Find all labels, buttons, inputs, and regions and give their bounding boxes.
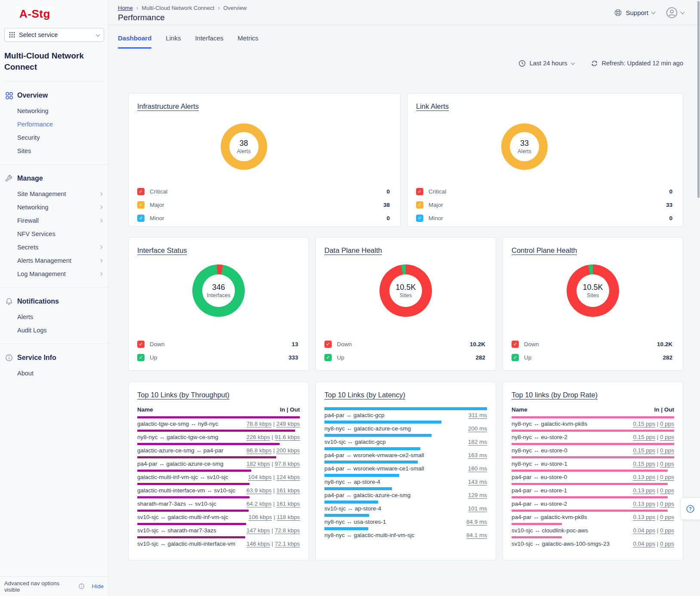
out-value-link[interactable]: 0 pps — [660, 461, 674, 467]
legend-checkbox-up[interactable] — [324, 354, 332, 361]
value-link[interactable]: 311 ms — [469, 412, 487, 418]
user-menu[interactable] — [666, 7, 684, 18]
sidebar-item-site-management[interactable]: Site Management — [0, 187, 108, 200]
tab-interfaces[interactable]: Interfaces — [195, 34, 223, 49]
scrollbar-thumb[interactable] — [697, 1, 700, 198]
in-value-link[interactable]: 0.15 pps — [633, 421, 655, 427]
legend-checkbox-down[interactable] — [512, 341, 519, 348]
out-value-link[interactable]: 161 kbps — [276, 501, 300, 507]
in-value-link[interactable]: 0.13 pps — [633, 514, 655, 520]
out-value-link[interactable]: 0 pps — [660, 527, 674, 534]
out-value-link[interactable]: 97.8 kbps — [274, 461, 300, 467]
tab-metrics[interactable]: Metrics — [237, 34, 258, 49]
sidebar-item-secrets[interactable]: Secrets — [0, 240, 108, 254]
support-menu[interactable]: Support — [614, 9, 655, 17]
sidebar-item-log-management[interactable]: Log Management — [0, 267, 108, 280]
sidebar-section-notifications[interactable]: Notifications — [0, 293, 108, 310]
time-range-selector[interactable]: Last 24 hours — [518, 60, 574, 67]
link-alerts-title-link[interactable]: Link Alerts — [416, 102, 449, 111]
in-value-link[interactable]: 104 kbps — [248, 474, 271, 480]
out-value-link[interactable]: 0 pps — [660, 474, 674, 480]
sidebar-item-sites[interactable]: Sites — [0, 144, 108, 157]
hide-nav-button[interactable]: Hide — [92, 583, 104, 590]
out-value-link[interactable]: 0 pps — [660, 541, 674, 547]
in-value-link[interactable]: 0.15 pps — [633, 447, 655, 454]
out-value-link[interactable]: 0 pps — [660, 421, 674, 427]
value-link[interactable]: 182 ms — [468, 439, 487, 445]
interface-status-title-link[interactable]: Interface Status — [137, 246, 187, 255]
legend-checkbox-critical[interactable] — [416, 188, 423, 195]
sidebar-section-service-info[interactable]: Service Info — [0, 349, 108, 366]
in-value-link[interactable]: 146 kbps — [247, 541, 270, 547]
out-value-link[interactable]: 72.8 kbps — [274, 527, 300, 534]
out-value-link[interactable]: 0 pps — [660, 434, 674, 440]
top-throughput-title-link[interactable]: Top 10 Links (by Throughput) — [137, 391, 229, 399]
in-value-link[interactable]: 147 kbps — [247, 527, 270, 534]
value-link[interactable]: 84.1 ms — [466, 532, 487, 538]
value-link[interactable]: 84.9 ms — [466, 519, 487, 525]
breadcrumb-item[interactable]: Multi-Cloud Network Connect — [142, 5, 214, 11]
legend-checkbox-down[interactable] — [137, 341, 145, 348]
out-value-link[interactable]: 0 pps — [660, 447, 674, 454]
tab-links[interactable]: Links — [166, 34, 181, 49]
sidebar-item-alerts[interactable]: Alerts — [0, 310, 108, 323]
in-value-link[interactable]: 0.13 pps — [633, 487, 655, 494]
sidebar-item-networking[interactable]: Networking — [0, 200, 108, 214]
sidebar-item-about[interactable]: About — [0, 366, 108, 380]
value-link[interactable]: 163 ms — [468, 452, 487, 458]
in-value-link[interactable]: 0.13 pps — [633, 474, 655, 480]
legend-checkbox-major[interactable] — [137, 201, 145, 209]
in-value-link[interactable]: 0.13 pps — [633, 501, 655, 507]
out-value-link[interactable]: 91.6 kbps — [274, 434, 300, 440]
value-link[interactable]: 143 ms — [468, 479, 487, 485]
out-value-link[interactable]: 249 kbps — [276, 421, 300, 427]
out-value-link[interactable]: 161 kbps — [276, 487, 300, 494]
out-value-link[interactable]: 200 kbps — [276, 447, 300, 454]
tab-dashboard[interactable]: Dashboard — [118, 34, 151, 49]
out-value-link[interactable]: 72.1 kbps — [274, 541, 300, 547]
in-value-link[interactable]: 182 kbps — [247, 461, 270, 467]
out-value-link[interactable]: 0 pps — [660, 501, 674, 507]
sidebar-item-security[interactable]: Security — [0, 131, 108, 144]
legend-checkbox-down[interactable] — [324, 341, 332, 348]
top-latency-title-link[interactable]: Top 10 Links (by Latency) — [324, 391, 405, 399]
sidebar-item-nfv-services[interactable]: NFV Services — [0, 227, 108, 240]
in-value-link[interactable]: 0.04 pps — [633, 541, 655, 547]
in-value-link[interactable]: 63.9 kbps — [247, 487, 272, 494]
legend-checkbox-critical[interactable] — [137, 188, 145, 195]
out-value-link[interactable]: 124 kbps — [276, 474, 300, 480]
sidebar-section-manage[interactable]: Manage — [0, 170, 108, 187]
out-value-link[interactable]: 0 pps — [660, 487, 674, 494]
out-value-link[interactable]: 0 pps — [660, 514, 674, 520]
legend-checkbox-minor[interactable] — [416, 215, 423, 222]
value-link[interactable]: 101 ms — [468, 505, 487, 512]
legend-checkbox-up[interactable] — [137, 354, 145, 361]
top-drop-rate-title-link[interactable]: Top 10 links (by Drop Rate) — [512, 391, 598, 399]
value-link[interactable]: 129 ms — [468, 492, 487, 498]
breadcrumb-item[interactable]: Home — [118, 5, 133, 11]
value-link[interactable]: 200 ms — [468, 425, 487, 432]
sidebar-item-performance[interactable]: Performance — [0, 117, 108, 131]
in-value-link[interactable]: 78.8 kbps — [247, 421, 272, 427]
in-value-link[interactable]: 0.15 pps — [633, 461, 655, 467]
sidebar-item-audit-logs[interactable]: Audit Logs — [0, 323, 108, 337]
out-value-link[interactable]: 118 kbps — [277, 514, 300, 520]
sidebar-section-overview[interactable]: Overview — [0, 87, 108, 104]
in-value-link[interactable]: 86.8 kbps — [247, 447, 272, 454]
in-value-link[interactable]: 106 kbps — [248, 514, 272, 520]
legend-checkbox-major[interactable] — [416, 201, 423, 209]
legend-checkbox-minor[interactable] — [137, 215, 145, 222]
infrastructure-alerts-title-link[interactable]: Infrastructure Alerts — [137, 102, 199, 111]
sidebar-item-firewall[interactable]: Firewall — [0, 214, 108, 227]
select-service-dropdown[interactable]: Select service — [4, 28, 104, 42]
help-button[interactable]: ? — [680, 498, 700, 520]
sidebar-item-networking[interactable]: Networking — [0, 104, 108, 117]
in-value-link[interactable]: 0.15 pps — [633, 434, 655, 440]
refresh-button[interactable]: Refresh: Updated 12 min ago — [591, 60, 683, 67]
in-value-link[interactable]: 226 kbps — [247, 434, 270, 440]
sidebar-item-alerts-management[interactable]: Alerts Management — [0, 254, 108, 267]
in-value-link[interactable]: 64.2 kbps — [247, 501, 272, 507]
value-link[interactable]: 160 ms — [468, 465, 487, 472]
legend-checkbox-up[interactable] — [512, 354, 519, 361]
in-value-link[interactable]: 0.04 pps — [633, 527, 655, 534]
